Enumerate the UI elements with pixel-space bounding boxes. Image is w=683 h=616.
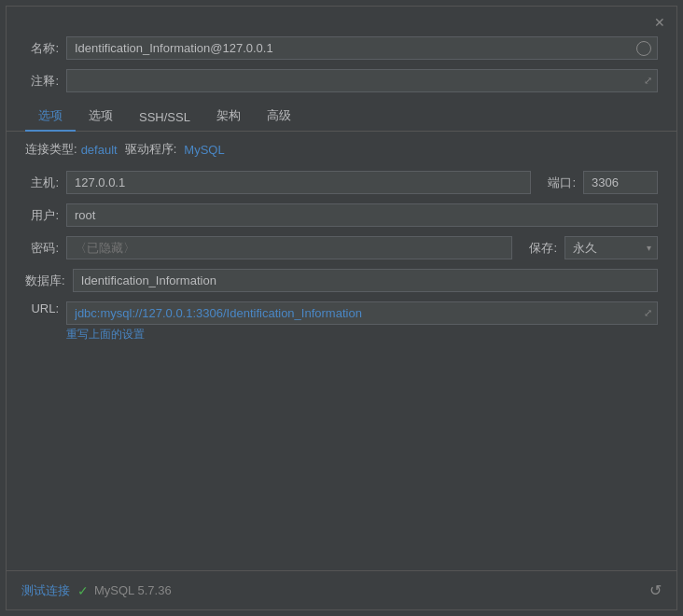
overwrite-link[interactable]: 重写上面的设置 xyxy=(66,327,658,343)
database-label: 数据库: xyxy=(25,273,65,289)
user-label: 用户: xyxy=(25,207,59,224)
refresh-icon[interactable]: ↺ xyxy=(649,581,662,599)
form-body: 名称: 注释: ⤢ 选项 选项 SSH/SSL 架构 高级 连接类型: defa… xyxy=(7,33,676,570)
user-input[interactable] xyxy=(66,203,658,227)
save-select-wrapper: 永久会话从不 ▾ xyxy=(565,236,658,259)
driver-label: 驱动程序: xyxy=(125,141,177,158)
comment-row: 注释: ⤢ xyxy=(25,69,658,92)
connection-dialog: ✕ 名称: 注释: ⤢ 选项 选项 SSH/SSL 架构 高级 xyxy=(6,6,677,610)
database-input[interactable] xyxy=(73,269,658,292)
comment-label: 注释: xyxy=(25,73,59,90)
connection-type-label: 连接类型: xyxy=(25,141,77,158)
port-label: 端口: xyxy=(546,175,576,191)
database-row: 数据库: xyxy=(25,269,658,292)
comment-wrapper: ⤢ xyxy=(66,69,658,92)
host-input[interactable] xyxy=(66,171,531,194)
tab-options2[interactable]: 选项 xyxy=(76,102,126,132)
comment-expand-icon[interactable]: ⤢ xyxy=(639,72,657,90)
save-select[interactable]: 永久会话从不 xyxy=(565,237,657,259)
tabs-row: 选项 选项 SSH/SSL 架构 高级 xyxy=(7,102,676,132)
host-label: 主机: xyxy=(25,175,59,191)
port-input[interactable] xyxy=(583,171,658,194)
footer: 测试连接 ✓ MySQL 5.7.36 ↺ xyxy=(7,570,676,609)
user-row: 用户: xyxy=(25,203,658,227)
name-input[interactable] xyxy=(67,37,636,59)
tab-ssh-ssl[interactable]: SSH/SSL xyxy=(126,105,203,132)
password-row: 密码: 保存: 永久会话从不 ▾ xyxy=(25,236,658,259)
url-expand-icon[interactable]: ⤢ xyxy=(639,304,657,322)
tab-options1[interactable]: 选项 xyxy=(25,102,76,132)
host-port-row: 主机: 端口: xyxy=(25,171,658,194)
save-label: 保存: xyxy=(527,240,557,257)
name-input-wrapper xyxy=(66,36,658,60)
driver-value[interactable]: MySQL xyxy=(184,143,224,157)
connection-type-row: 连接类型: default 驱动程序: MySQL xyxy=(25,141,658,158)
tab-arch[interactable]: 架构 xyxy=(203,102,254,132)
check-icon: ✓ xyxy=(77,583,89,598)
password-input[interactable] xyxy=(66,236,512,259)
tab-advanced[interactable]: 高级 xyxy=(254,102,304,132)
connection-type-value[interactable]: default xyxy=(81,143,118,157)
url-input-wrapper: ⤢ xyxy=(66,301,658,325)
mysql-version-label: MySQL 5.7.36 xyxy=(94,583,172,597)
url-label: URL: xyxy=(25,301,59,315)
test-connection-button[interactable]: 测试连接 xyxy=(21,582,70,599)
name-label: 名称: xyxy=(25,40,59,57)
name-row: 名称: xyxy=(25,36,658,60)
comment-input[interactable] xyxy=(67,70,639,91)
password-label: 密码: xyxy=(25,240,59,257)
title-bar: ✕ xyxy=(7,7,676,33)
status-circle-icon xyxy=(636,41,651,56)
url-row: URL: ⤢ 重写上面的设置 xyxy=(25,301,658,343)
url-input[interactable] xyxy=(67,302,639,324)
close-button[interactable]: ✕ xyxy=(650,14,669,31)
